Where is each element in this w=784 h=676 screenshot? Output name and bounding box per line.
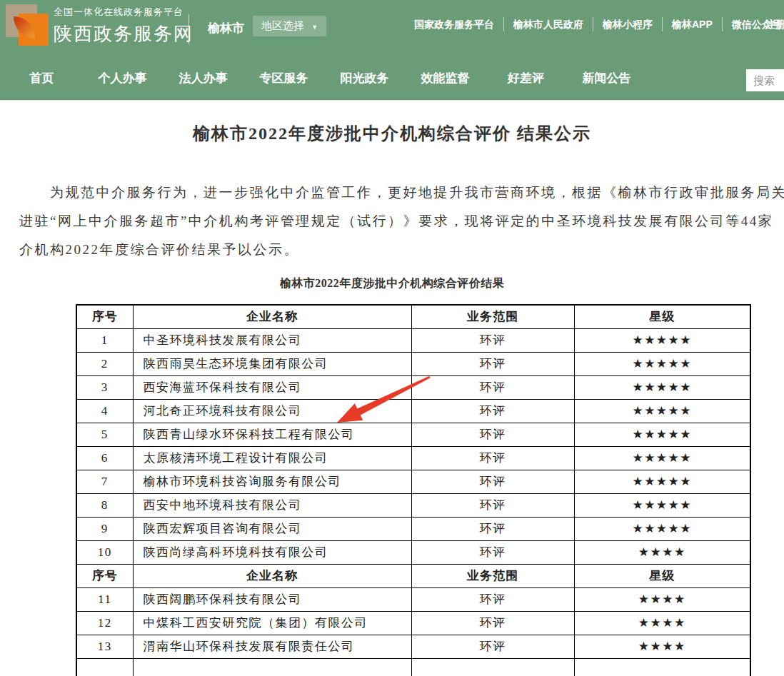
nav-item[interactable]: 法人办事 [163,61,243,96]
nav-item[interactable]: 专区服务 [243,61,324,96]
cell-star-rating: ★★★★ [574,587,750,611]
cell-business-scope: 环评 [411,352,574,375]
nav-item[interactable]: 个人办事 [82,61,163,96]
cell-index: 10 [76,540,133,564]
table-row: 4 河北奇正环境科技有限公司 环评 ★★★★★ [76,399,750,423]
article: 榆林市2022年度涉批中介机构综合评价 结果公示 为规范中介服务行为，进一步强化… [0,120,784,676]
cell-index: 序号 [76,564,133,587]
cell-business-scope: 环评 [411,540,574,564]
table-row: 12 中煤科工西安研究院（集团）有限公司 环评 ★★★★ [76,611,750,635]
table-row: 6 太原核清环境工程设计有限公司 环评 ★★★★★ [76,446,750,470]
table-row: 10 陕西尚绿高科环境科技有限公司 环评 ★★★★ [76,540,750,564]
cell-business-scope: 环评 [411,328,574,352]
region-select-button[interactable]: 地区选择 ▼ [253,16,326,36]
top-link-item: 国家政务服务平台 [414,17,503,31]
cell-company-name: 陕西尚绿高科环境科技有限公司 [133,540,411,564]
cell-star-rating: ★★★★★ [574,328,750,352]
cell-business-scope: 环评 [411,611,574,635]
top-link-item: 榆林市人民政府 [503,17,593,31]
cell-star-rating: ★★★★★ [574,493,750,517]
site-header: 全国一体化在线政务服务平台 陕西政务服务网 榆林市 地区选择 ▼ 国家政务服务平… [0,0,784,101]
top-link[interactable]: 榆林APP [672,19,713,30]
cell-star-rating: ★★★★ [574,635,750,658]
nav-item[interactable]: 好差评 [486,61,566,96]
table-row: 7 榆林市环境科技咨询服务有限公司 环评 ★★★★★ [76,470,750,493]
cell-company-name: 西安中地环境科技有限公司 [133,493,411,517]
table-row: 13 渭南华山环保科技发展有限责任公司 环评 ★★★★ [76,635,750,658]
cell-star-rating: ★★★★★ [574,517,750,540]
page: 全国一体化在线政务服务平台 陕西政务服务网 榆林市 地区选择 ▼ 国家政务服务平… [0,0,784,676]
evaluation-table: 序号 企业名称 业务范围 星级 1 中圣环境科技发展有限公司 环评 ★★★★★ … [76,304,751,676]
cell-index: 4 [76,399,133,423]
table-row: 11 陕西阔鹏环保科技有限公司 环评 ★★★★ [76,587,750,611]
cell-business-scope [411,658,574,676]
cell-business-scope: 环评 [411,399,574,423]
main-nav: 首页个人办事法人办事专区服务阳光政务效能监督好差评新闻公告 [1,61,647,96]
table-row: 3 西安海蓝环保科技有限公司 环评 ★★★★★ [76,375,750,399]
site-name: 陕西政务服务网 [54,21,194,46]
top-link[interactable]: 榆林市人民政府 [513,19,583,30]
cell-company-name: 陕西雨昊生态环境集团有限公司 [133,352,411,375]
paragraph-line: 为规范中介服务行为，进一步强化中介监管工作，更好地提升我市营商环境，根据《榆林市… [19,178,784,207]
table-row: 序号 企业名称 业务范围 星级 [76,305,750,328]
top-link[interactable]: 国家政务服务平台 [414,19,494,30]
cell-company-name: 企业名称 [133,564,411,587]
table-caption: 榆林市2022年度涉批中介机构综合评价结果 [0,276,784,291]
nav-item[interactable]: 效能监督 [405,61,486,96]
cell-star-rating: ★★★★ [574,540,750,564]
top-link[interactable]: 榆林小程序 [603,19,653,30]
nav-item[interactable]: 新闻公告 [566,61,647,96]
cell-company-name: 陕西青山绿水环保科技工程有限公司 [133,423,411,446]
table-row: 9 陕西宏辉项目咨询有限公司 环评 ★★★★★ [76,517,750,540]
cell-company-name: 太原核清环境工程设计有限公司 [133,446,411,470]
table-row: 5 陕西青山绿水环保科技工程有限公司 环评 ★★★★★ [76,423,750,446]
paragraph-line: 介机构2022年度综合评价结果予以公示。 [19,236,784,264]
cell-index: 13 [76,635,133,658]
cell-company-name: 陕西宏辉项目咨询有限公司 [133,517,411,540]
cell-company-name [133,658,411,676]
cell-company-name: 企业名称 [133,305,411,328]
cell-business-scope: 环评 [411,493,574,517]
cell-star-rating: ★★★★★ [574,423,750,446]
cell-index: 9 [76,517,133,540]
cell-star-rating: ★★★★★ [574,446,750,470]
cell-star-rating: ★★★★★ [574,470,750,493]
page-title: 榆林市2022年度涉批中介机构综合评价 结果公示 [0,120,784,147]
notice-paragraph: 为规范中介服务行为，进一步强化中介监管工作，更好地提升我市营商环境，根据《榆林市… [0,178,784,264]
cell-company-name: 西安海蓝环保科技有限公司 [133,375,411,399]
table-row: 2 陕西雨昊生态环境集团有限公司 环评 ★★★★★ [76,352,750,375]
top-link-item: 榆林APP [662,17,722,31]
top-link-item: 榆林小程序 [593,17,662,31]
cell-index: 6 [76,446,133,470]
cell-index: 5 [76,423,133,446]
evaluation-table-body: 序号 企业名称 业务范围 星级 1 中圣环境科技发展有限公司 环评 ★★★★★ … [76,305,750,676]
cell-business-scope: 环评 [411,517,574,540]
cell-index: 12 [76,611,133,635]
brand-block: 全国一体化在线政务服务平台 陕西政务服务网 [54,6,194,46]
cell-business-scope: 环评 [411,470,574,493]
cell-star-rating: ★★★★★ [574,375,750,399]
cell-star-rating: ★★★★★ [574,399,750,423]
nav-item[interactable]: 首页 [1,61,82,96]
cell-company-name: 中圣环境科技发展有限公司 [133,328,411,352]
cell-company-name: 河北奇正环境科技有限公司 [133,399,411,423]
cell-company-name: 中煤科工西安研究院（集团）有限公司 [133,611,411,635]
nav-item[interactable]: 阳光政务 [324,61,405,96]
cell-index [76,658,133,676]
cell-index: 8 [76,493,133,517]
cell-index: 1 [76,328,133,352]
cell-index: 序号 [76,305,133,328]
cell-business-scope: 环评 [411,423,574,446]
cell-index: 3 [76,375,133,399]
cell-business-scope: 环评 [411,635,574,658]
table-row: 序号 企业名称 业务范围 星级 [76,564,750,587]
cell-business-scope: 业务范围 [411,564,574,587]
cell-star-rating: ★★★★ [574,611,750,635]
register-link[interactable]: 注册 [765,17,784,31]
site-logo[interactable] [6,4,49,46]
cell-star-rating: 星级 [574,305,750,328]
search-input[interactable] [746,69,784,91]
table-row: 8 西安中地环境科技有限公司 环评 ★★★★★ [76,493,750,517]
cell-index: 11 [76,587,133,611]
header-divider [189,14,189,44]
